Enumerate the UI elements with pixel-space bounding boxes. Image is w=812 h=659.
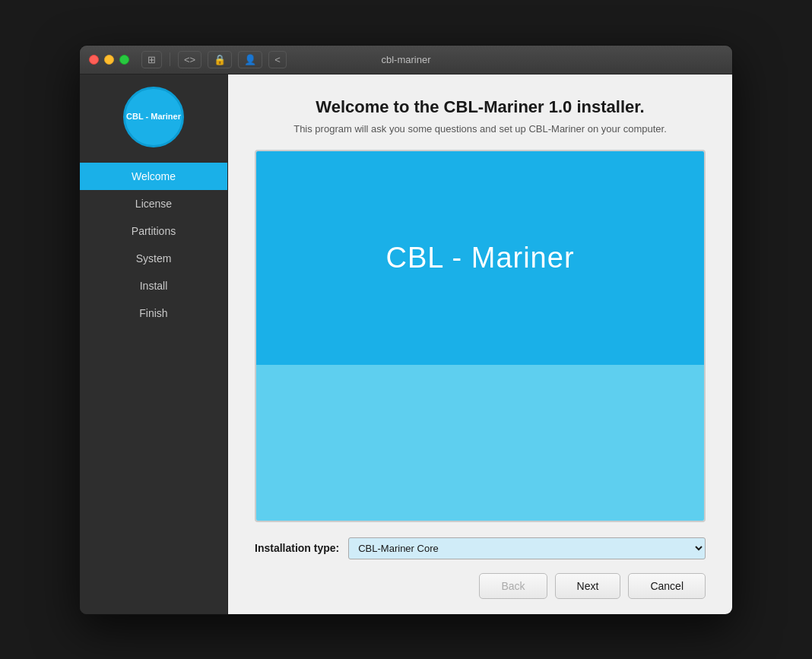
sidebar-item-finish[interactable]: Finish <box>80 299 227 327</box>
next-button[interactable]: Next <box>555 573 621 599</box>
app-window: ⊞ <> 🔒 👤 < cbl-mariner CBL - Mariner Wel… <box>79 45 733 615</box>
main-layout: CBL - Mariner Welcome License Partitions… <box>80 74 732 614</box>
toolbar: ⊞ <> 🔒 👤 < <box>141 51 287 68</box>
page-title: Welcome to the CBL-Mariner 1.0 installer… <box>255 97 706 117</box>
sidebar-logo: CBL - Mariner <box>123 87 184 147</box>
cancel-button[interactable]: Cancel <box>628 573 706 599</box>
sidebar-item-welcome[interactable]: Welcome <box>80 163 227 190</box>
install-type-select[interactable]: CBL-Mariner Core CBL-Mariner Full <box>348 537 706 559</box>
back-button[interactable]: Back <box>479 573 547 599</box>
sidebar-nav: Welcome License Partitions System Instal… <box>80 163 227 327</box>
minimize-button[interactable] <box>104 55 114 65</box>
banner-bottom <box>256 365 704 520</box>
titlebar: ⊞ <> 🔒 👤 < cbl-mariner <box>80 46 732 74</box>
user-button[interactable]: 👤 <box>238 51 262 68</box>
sidebar-item-install[interactable]: Install <box>80 272 227 299</box>
sidebar-item-partitions[interactable]: Partitions <box>80 217 227 245</box>
titlebar-title: cbl-mariner <box>381 54 430 65</box>
toolbar-separator <box>170 52 170 66</box>
code-view-button[interactable]: <> <box>178 51 201 68</box>
back-nav-button[interactable]: < <box>268 51 287 68</box>
sidebar-item-system[interactable]: System <box>80 245 227 272</box>
banner-container: CBL - Mariner <box>255 150 706 522</box>
page-subtitle: This program will ask you some questions… <box>255 123 706 135</box>
lock-button[interactable]: 🔒 <box>208 51 232 68</box>
install-type-label: Installation type: <box>255 542 339 554</box>
banner-top: CBL - Mariner <box>256 151 704 366</box>
close-button[interactable] <box>89 55 99 65</box>
sidebar-item-license[interactable]: License <box>80 190 227 217</box>
maximize-button[interactable] <box>119 55 129 65</box>
bottom-buttons: Back Next Cancel <box>255 573 706 599</box>
banner-text: CBL - Mariner <box>385 242 574 274</box>
sidebar-toggle-button[interactable]: ⊞ <box>141 51 162 68</box>
sidebar: CBL - Mariner Welcome License Partitions… <box>80 74 228 614</box>
traffic-lights <box>89 55 129 65</box>
sidebar-logo-text: CBL - Mariner <box>126 112 181 122</box>
install-type-row: Installation type: CBL-Mariner Core CBL-… <box>255 537 706 559</box>
content-area: Welcome to the CBL-Mariner 1.0 installer… <box>228 74 732 614</box>
